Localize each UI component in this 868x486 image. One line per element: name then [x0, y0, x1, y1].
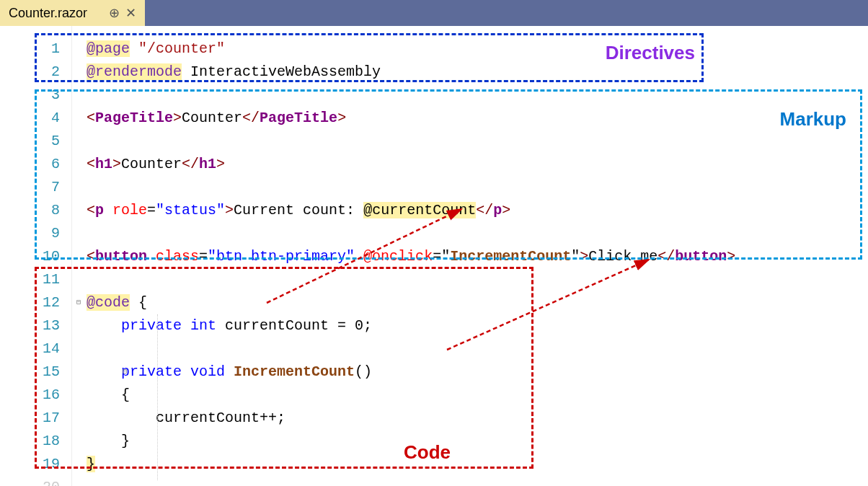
line-number: 3 — [0, 84, 60, 107]
line-number: 6 — [0, 153, 60, 176]
code-line — [87, 337, 868, 361]
line-number: 5 — [0, 130, 60, 153]
line-number: 4 — [0, 107, 60, 130]
code-line — [87, 222, 868, 245]
code-editor[interactable]: 1 2 3 4 5 6 7 8 9 10 11 12 13 14 15 16 1… — [0, 26, 868, 486]
tab-filename: Counter.razor — [9, 6, 87, 21]
pin-icon[interactable]: ⊕ — [109, 5, 120, 21]
line-number: 15 — [0, 361, 60, 384]
line-number: 11 — [0, 268, 60, 291]
line-number: 19 — [0, 453, 60, 476]
code-line: private int currentCount = 0; — [87, 314, 868, 337]
code-content[interactable]: @page "/counter" @rendermode Interactive… — [72, 26, 868, 486]
code-line: @rendermode InteractiveWebAssembly — [87, 61, 868, 84]
code-line: ⊟@code { — [87, 291, 868, 314]
indent-guide — [157, 314, 158, 480]
line-number-gutter: 1 2 3 4 5 6 7 8 9 10 11 12 13 14 15 16 1… — [0, 26, 72, 486]
fold-icon[interactable]: ⊟ — [123, 361, 127, 384]
code-line — [87, 176, 868, 199]
code-line: } — [87, 430, 868, 453]
line-number: 16 — [0, 384, 60, 407]
line-number: 13 — [0, 314, 60, 337]
code-line — [87, 268, 868, 291]
line-number: 10 — [0, 245, 60, 268]
code-line — [87, 130, 868, 153]
file-tab[interactable]: Counter.razor ⊕ ✕ — [0, 0, 145, 26]
title-bar: Counter.razor ⊕ ✕ — [0, 0, 868, 26]
code-line: <h1>Counter</h1> — [87, 153, 868, 176]
close-icon[interactable]: ✕ — [125, 5, 136, 21]
line-number: 2 — [0, 61, 60, 84]
code-line: <PageTitle>Counter</PageTitle> — [87, 107, 868, 130]
code-line: ⊟ private void IncrementCount() — [87, 361, 868, 384]
line-number: 8 — [0, 199, 60, 222]
code-line: <p role="status">Current count: @current… — [87, 199, 868, 222]
code-line — [87, 84, 868, 107]
line-number: 17 — [0, 407, 60, 430]
code-line: { — [87, 384, 868, 407]
fold-icon[interactable]: ⊟ — [76, 291, 81, 314]
line-number: 18 — [0, 430, 60, 453]
line-number: 12 — [0, 291, 60, 314]
code-line: @page "/counter" — [87, 37, 868, 61]
line-number: 1 — [0, 37, 60, 61]
line-number: 14 — [0, 337, 60, 361]
line-number: 7 — [0, 176, 60, 199]
line-number: 9 — [0, 222, 60, 245]
code-line: <button class="btn btn-primary" @onclick… — [87, 245, 868, 268]
code-line: currentCount++; — [87, 407, 868, 430]
code-line: } — [87, 453, 868, 476]
line-number: 20 — [0, 476, 60, 486]
